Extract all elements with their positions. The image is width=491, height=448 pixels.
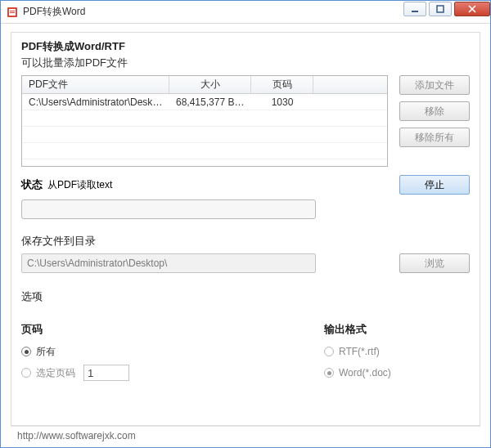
cell-file: C:\Users\Administrator\Deskto... xyxy=(22,96,169,108)
titlebar[interactable]: PDF转换Word xyxy=(1,1,490,24)
radio-all-label: 所有 xyxy=(36,345,56,359)
radio-rtf[interactable]: RTF(*.rtf) xyxy=(324,343,491,360)
close-button[interactable] xyxy=(454,2,490,16)
file-section: PDF文件 大小 页码 C:\Users\Administrator\Deskt… xyxy=(21,75,470,167)
radio-icon xyxy=(324,347,334,356)
format-options: 输出格式 RTF(*.rtf) Word(*.doc) xyxy=(324,322,491,381)
svg-rect-3 xyxy=(10,12,15,13)
radio-icon xyxy=(21,347,31,356)
radio-selected-label: 选定页码 xyxy=(36,366,75,380)
minimize-button[interactable] xyxy=(403,2,426,16)
status-label: 状态 xyxy=(21,177,43,192)
progress-bar xyxy=(21,199,316,219)
save-label: 保存文件到目录 xyxy=(21,234,470,249)
add-file-button[interactable]: 添加文件 xyxy=(399,75,470,95)
radio-word[interactable]: Word(*.doc) xyxy=(324,365,491,381)
table-header: PDF文件 大小 页码 xyxy=(22,76,387,94)
window-controls xyxy=(401,1,490,23)
table-row[interactable]: C:\Users\Administrator\Deskto... 68,415,… xyxy=(22,94,387,110)
page-options: 页码 所有 选定页码 xyxy=(21,322,209,381)
table-row[interactable] xyxy=(22,127,387,143)
footer-url: http://www.softwarejxk.com xyxy=(17,430,136,441)
column-size[interactable]: 大小 xyxy=(169,76,251,93)
file-table[interactable]: PDF文件 大小 页码 C:\Users\Administrator\Deskt… xyxy=(21,75,388,167)
status-text-group: 状态 从PDF读取text xyxy=(21,177,112,192)
client-area: PDF转换成Word/RTF 可以批量添加PDF文件 PDF文件 大小 页码 C… xyxy=(1,24,490,447)
radio-icon xyxy=(21,368,31,378)
column-page[interactable]: 页码 xyxy=(251,76,313,93)
panel-title: PDF转换成Word/RTF xyxy=(21,39,470,54)
radio-rtf-label: RTF(*.rtf) xyxy=(339,346,380,357)
stop-button[interactable]: 停止 xyxy=(399,175,470,195)
save-row: C:\Users\Administrator\Desktop\ 浏览 xyxy=(21,253,470,273)
cell-size: 68,415,377 Byte xyxy=(169,96,251,108)
remove-all-button[interactable]: 移除所有 xyxy=(399,128,470,147)
maximize-button[interactable] xyxy=(429,2,452,16)
radio-word-label: Word(*.doc) xyxy=(339,367,391,379)
radio-icon xyxy=(324,368,334,378)
column-file[interactable]: PDF文件 xyxy=(22,76,169,93)
app-icon xyxy=(6,6,19,19)
page-options-title: 页码 xyxy=(21,322,209,337)
page-range-input[interactable] xyxy=(83,365,129,381)
file-buttons: 添加文件 移除 移除所有 xyxy=(399,75,470,167)
svg-rect-2 xyxy=(10,11,15,11)
cell-page: 1030 xyxy=(251,96,313,108)
options-section-label: 选项 xyxy=(21,289,470,304)
window-title: PDF转换Word xyxy=(23,5,401,19)
browse-button[interactable]: 浏览 xyxy=(399,253,470,273)
options-section: 页码 所有 选定页码 输出格式 RTF(*.rtf) xyxy=(21,322,470,381)
status-bar: http://www.softwarejxk.com xyxy=(11,426,480,444)
radio-all-pages[interactable]: 所有 xyxy=(21,343,209,360)
format-options-title: 输出格式 xyxy=(324,322,491,337)
save-path-input[interactable]: C:\Users\Administrator\Desktop\ xyxy=(21,253,316,273)
remove-button[interactable]: 移除 xyxy=(399,101,470,121)
svg-rect-4 xyxy=(412,11,418,12)
status-row: 状态 从PDF读取text 停止 xyxy=(21,175,470,195)
radio-selected-pages[interactable]: 选定页码 xyxy=(21,365,209,381)
table-row[interactable] xyxy=(22,110,387,127)
application-window: PDF转换Word PDF转换成Word/RTF 可以批量添加PDF文件 PDF… xyxy=(0,0,491,448)
main-panel: PDF转换成Word/RTF 可以批量添加PDF文件 PDF文件 大小 页码 C… xyxy=(11,32,480,426)
status-text: 从PDF读取text xyxy=(47,178,112,192)
panel-subtitle: 可以批量添加PDF文件 xyxy=(21,56,470,70)
svg-rect-5 xyxy=(437,6,444,12)
table-row[interactable] xyxy=(22,143,387,159)
